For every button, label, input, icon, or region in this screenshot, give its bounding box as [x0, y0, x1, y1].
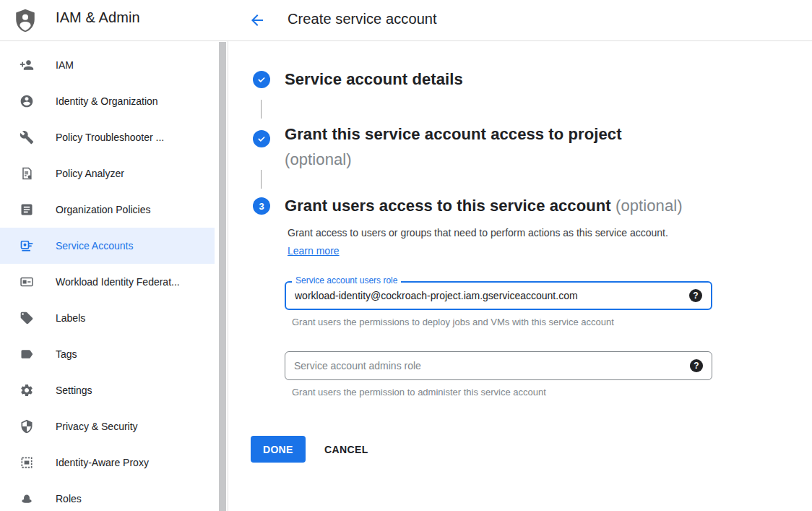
sidebar-item-iam[interactable]: IAM — [0, 47, 215, 83]
service-accounts-icon — [20, 239, 34, 253]
shield-icon — [20, 419, 34, 434]
step3-description: Grant access to users or groups that nee… — [288, 224, 689, 260]
sidebar-item-privacy-security[interactable]: Privacy & Security — [0, 408, 215, 445]
users-role-field: Service account users role ? — [285, 281, 712, 310]
roles-hat-icon — [20, 491, 34, 506]
sidebar-item-identity-aware-proxy[interactable]: Identity-Aware Proxy — [0, 445, 215, 481]
proxy-icon — [20, 455, 34, 470]
sidebar-item-identity-organization[interactable]: Identity & Organization — [0, 83, 215, 119]
main-header: Create service account — [228, 0, 812, 41]
arrow-back-icon — [249, 12, 266, 29]
page-title: Create service account — [288, 11, 437, 27]
sidebar-nav: IAM Identity & Organization Policy Troub… — [0, 42, 228, 511]
sidebar-item-label: Organization Policies — [56, 204, 151, 215]
sidebar-item-label: Privacy & Security — [56, 421, 138, 432]
sidebar-title: IAM & Admin — [56, 9, 140, 26]
sidebar-item-label: Identity & Organization — [56, 95, 158, 107]
wrench-icon — [20, 130, 34, 145]
sidebar-item-policy-analyzer[interactable]: Policy Analyzer — [0, 155, 215, 192]
admins-role-helper-text: Grant users the permission to administer… — [292, 387, 546, 398]
learn-more-link[interactable]: Learn more — [288, 245, 340, 257]
sidebar: IAM & Admin IAM Identity & Organization … — [0, 0, 228, 511]
step-connector — [261, 170, 262, 189]
sidebar-item-label: Labels — [56, 312, 85, 324]
shield-person-icon — [12, 7, 38, 33]
workload-identity-icon — [20, 275, 34, 289]
sidebar-item-labels[interactable]: Labels — [0, 300, 215, 336]
step-connector — [261, 100, 262, 119]
sidebar-item-label: Settings — [56, 385, 92, 396]
step2-check-icon — [253, 130, 270, 147]
cancel-button[interactable]: CANCEL — [313, 436, 380, 463]
sidebar-item-label: Workload Identity Federat... — [56, 276, 180, 288]
person-add-icon — [20, 58, 34, 72]
sidebar-item-workload-identity-federation[interactable]: Workload Identity Federat... — [0, 264, 215, 300]
step3-number-badge: 3 — [253, 197, 270, 215]
sidebar-item-service-accounts[interactable]: Service Accounts — [0, 228, 215, 264]
policy-analyzer-icon — [20, 166, 34, 181]
iam-admin-app: IAM & Admin IAM Identity & Organization … — [0, 0, 812, 511]
step2-title: Grant this service account access to pro… — [285, 125, 622, 143]
org-policies-icon — [20, 202, 34, 217]
step2-heading[interactable]: Grant this service account access to pro… — [285, 121, 622, 172]
help-icon[interactable]: ? — [690, 359, 703, 372]
users-role-input[interactable] — [286, 283, 711, 309]
sidebar-item-policy-troubleshooter[interactable]: Policy Troubleshooter ... — [0, 119, 215, 155]
sidebar-header: IAM & Admin — [0, 0, 228, 41]
step1-check-icon — [253, 71, 270, 88]
step2-optional-label: (optional) — [285, 147, 622, 172]
back-button[interactable] — [246, 9, 269, 32]
sidebar-item-organization-policies[interactable]: Organization Policies — [0, 192, 215, 228]
sidebar-item-settings[interactable]: Settings — [0, 372, 215, 408]
users-role-helper-text: Grant users the permissions to deploy jo… — [292, 317, 614, 327]
sidebar-item-label: Policy Analyzer — [56, 168, 124, 179]
tag-arrow-icon — [20, 347, 34, 361]
sidebar-item-label: Policy Troubleshooter ... — [56, 132, 164, 143]
sidebar-item-label: Roles — [56, 493, 82, 504]
help-icon[interactable]: ? — [689, 289, 702, 302]
identity-person-icon — [20, 94, 34, 108]
step1-heading[interactable]: Service account details — [285, 70, 463, 89]
sidebar-item-label: Tags — [56, 348, 77, 360]
step3-heading[interactable]: Grant users access to this service accou… — [285, 197, 683, 215]
sidebar-item-roles[interactable]: Roles — [0, 481, 215, 511]
step3-optional-label: (optional) — [616, 197, 683, 215]
admins-role-input[interactable] — [285, 352, 712, 379]
sidebar-scrollbar[interactable] — [219, 42, 226, 511]
sidebar-item-label: Service Accounts — [56, 240, 133, 252]
gear-icon — [20, 383, 34, 398]
sidebar-item-label: Identity-Aware Proxy — [56, 457, 149, 468]
admins-role-field: ? — [285, 351, 712, 380]
label-tag-icon — [20, 311, 34, 325]
sidebar-item-tags[interactable]: Tags — [0, 336, 215, 372]
sidebar-item-label: IAM — [56, 59, 74, 71]
step3-title: Grant users access to this service accou… — [285, 197, 611, 215]
create-service-account-form: Service account details Grant this servi… — [228, 42, 812, 511]
done-button[interactable]: DONE — [251, 436, 306, 463]
step3-number: 3 — [259, 201, 264, 212]
